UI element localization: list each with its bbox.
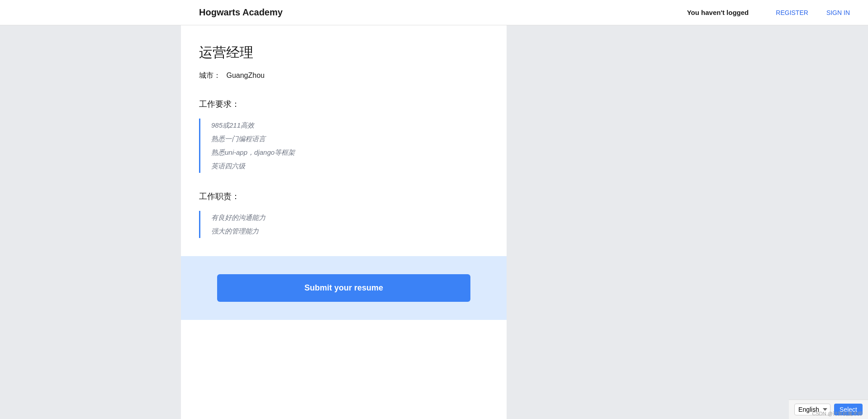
login-status: You haven't logged [687, 9, 749, 16]
responsibilities-title: 工作职责： [199, 191, 489, 202]
submit-resume-button[interactable]: Submit your resume [217, 274, 470, 302]
signin-link[interactable]: SIGN IN [826, 9, 850, 16]
responsibilities-block: 有良好的沟通能力 强大的管理能力 [199, 211, 489, 238]
resp-item-2: 强大的管理能力 [211, 224, 489, 238]
main-wrapper: 运营经理 城市： GuangZhou 工作要求： 985或211高效 熟悉一门编… [0, 25, 868, 419]
req-item-1: 985或211高效 [211, 119, 489, 132]
header: Hogwarts Academy You haven't logged REGI… [0, 0, 868, 25]
left-sidebar [0, 25, 181, 419]
city-label: 城市： [199, 71, 221, 79]
req-item-3: 熟悉uni-app，django等框架 [211, 146, 489, 159]
requirements-block: 985或211高效 熟悉一门编程语言 熟悉uni-app，django等框架 英… [199, 119, 489, 173]
city-value: GuangZhou [226, 71, 265, 79]
req-item-2: 熟悉一门编程语言 [211, 132, 489, 146]
right-sidebar [507, 25, 868, 419]
job-city: 城市： GuangZhou [199, 71, 489, 81]
req-item-4: 英语四六级 [211, 159, 489, 173]
register-link[interactable]: REGISTER [776, 9, 808, 16]
watermark: CSDN @计算机魔术师 [812, 410, 863, 417]
resp-item-1: 有良好的沟通能力 [211, 211, 489, 224]
job-title: 运营经理 [199, 43, 489, 62]
submit-area: Submit your resume [181, 256, 507, 320]
requirements-title: 工作要求： [199, 99, 489, 110]
content-area: 运营经理 城市： GuangZhou 工作要求： 985或211高效 熟悉一门编… [181, 25, 507, 419]
site-logo: Hogwarts Academy [199, 7, 283, 18]
